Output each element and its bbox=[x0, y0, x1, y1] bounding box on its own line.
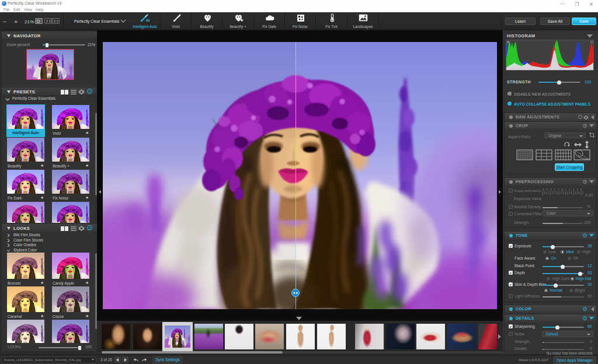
svg-text:HD: HD bbox=[146, 19, 150, 22]
